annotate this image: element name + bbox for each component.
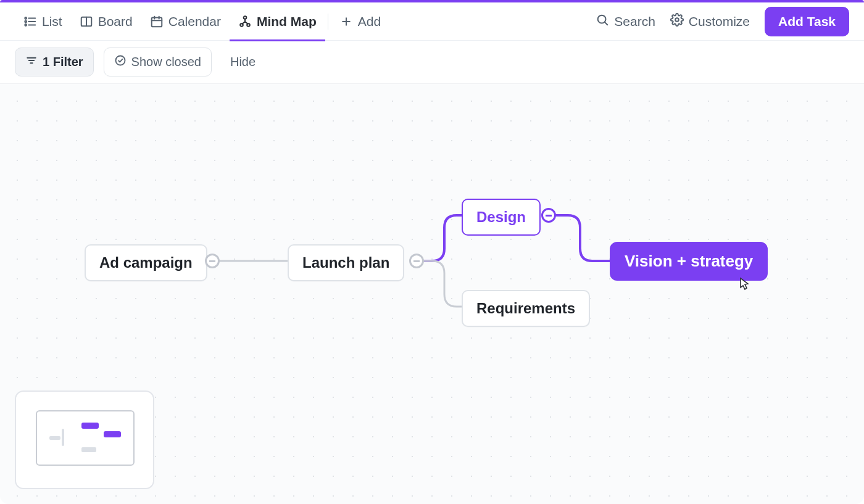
header-right-actions: Search Customize Add Task (596, 7, 849, 36)
filter-chip[interactable]: 1 Filter (15, 48, 94, 76)
minimap-bracket (62, 429, 64, 446)
minimap-node (81, 423, 99, 429)
expand-handle-design[interactable] (541, 208, 556, 223)
tab-calendar-label: Calendar (168, 14, 221, 29)
node-launch-plan-label: Launch plan (302, 254, 389, 271)
svg-point-5 (25, 24, 27, 26)
filter-icon (25, 54, 38, 70)
node-launch-plan[interactable]: Launch plan (288, 244, 404, 281)
hide-label: Hide (230, 55, 255, 68)
minimap-node (49, 436, 60, 440)
tab-board[interactable]: Board (71, 2, 141, 41)
show-closed-label: Show closed (131, 55, 201, 69)
view-tabs-bar: List Board Calendar Mind Map (0, 2, 864, 41)
add-view-label: Add (358, 14, 381, 29)
node-requirements[interactable]: Requirements (462, 290, 590, 327)
node-ad-campaign-label: Ad campaign (99, 254, 193, 271)
node-design[interactable]: Design (462, 199, 541, 236)
check-circle-icon (114, 54, 127, 70)
tab-mind-map-label: Mind Map (257, 14, 317, 29)
minimap[interactable] (15, 390, 154, 489)
add-task-label: Add Task (778, 14, 836, 28)
node-design-label: Design (476, 209, 526, 226)
tab-list-label: List (42, 14, 62, 29)
tab-mind-map[interactable]: Mind Map (230, 2, 325, 41)
hide-button[interactable]: Hide (222, 49, 264, 75)
search-label: Search (614, 14, 655, 29)
svg-point-4 (25, 20, 27, 22)
gear-icon (670, 13, 684, 30)
customize-label: Customize (689, 14, 750, 29)
tab-calendar[interactable]: Calendar (141, 2, 230, 41)
search-button[interactable]: Search (596, 13, 655, 30)
plus-icon (339, 15, 353, 28)
add-view-button[interactable]: Add (331, 2, 389, 41)
tab-board-label: Board (98, 14, 133, 29)
node-vision-strategy-label: Vision + strategy (625, 252, 753, 271)
svg-rect-8 (151, 17, 162, 27)
show-closed-chip[interactable]: Show closed (104, 48, 212, 76)
expand-handle-launch-plan[interactable] (409, 254, 424, 268)
node-requirements-label: Requirements (476, 300, 575, 317)
svg-line-18 (605, 22, 607, 25)
minimap-viewport[interactable] (36, 410, 135, 466)
svg-point-3 (25, 17, 27, 19)
search-icon (596, 13, 609, 30)
divider (328, 14, 328, 30)
minimap-node (104, 431, 121, 437)
filter-chip-label: 1 Filter (43, 55, 83, 69)
add-task-button[interactable]: Add Task (765, 7, 849, 36)
filter-bar: 1 Filter Show closed Hide (0, 41, 864, 84)
tab-list[interactable]: List (15, 2, 71, 41)
calendar-icon (150, 15, 164, 28)
mindmap-icon (238, 15, 252, 28)
svg-point-19 (675, 18, 679, 22)
list-icon (23, 15, 37, 28)
board-icon (80, 15, 93, 28)
svg-point-23 (115, 56, 125, 65)
node-vision-strategy[interactable]: Vision + strategy (610, 242, 768, 281)
expand-handle-ad-campaign[interactable] (205, 254, 220, 268)
mind-map-canvas[interactable]: Ad campaign Launch plan Design Requireme… (0, 84, 864, 504)
customize-button[interactable]: Customize (670, 13, 750, 30)
minimap-node (81, 447, 96, 452)
node-ad-campaign[interactable]: Ad campaign (85, 244, 207, 281)
